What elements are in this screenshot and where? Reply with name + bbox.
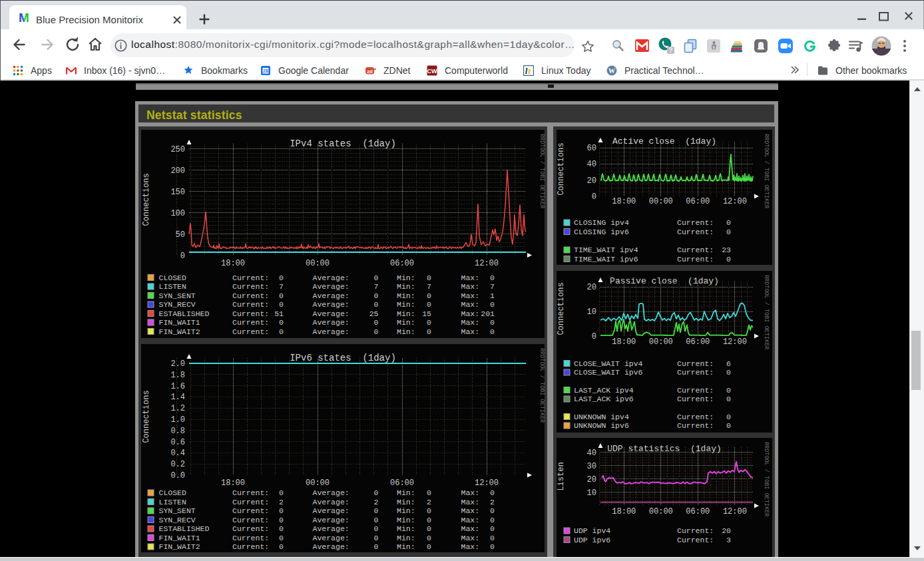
svg-text:28: 28 xyxy=(263,69,268,73)
svg-text:zd: zd xyxy=(367,69,373,75)
svg-text:W: W xyxy=(608,67,615,75)
svg-text:CW: CW xyxy=(427,68,437,75)
svg-text:?: ? xyxy=(668,47,672,54)
svg-text:M: M xyxy=(19,11,29,25)
